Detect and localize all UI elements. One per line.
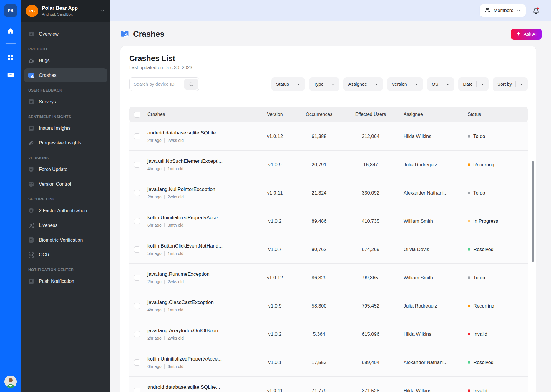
version-cell: v1.0.2 <box>253 331 297 337</box>
assignee-cell: William Smith <box>400 275 464 280</box>
assignee-cell: Julia Rodreguiz <box>400 303 464 309</box>
filter-label: Date <box>463 82 473 87</box>
table-row[interactable]: java.util.NoSuchElementExcepti...4hr ago… <box>129 151 528 179</box>
table-row[interactable]: java.lang.ClassCastException4hr ago1mth … <box>129 292 528 320</box>
row-checkbox[interactable] <box>134 275 140 281</box>
select-all-checkbox[interactable] <box>134 112 140 118</box>
star-icon <box>28 98 35 105</box>
row-checkbox[interactable] <box>134 359 140 366</box>
sidebar-item-force-update[interactable]: Force Update <box>24 162 107 177</box>
apps-grid-icon[interactable] <box>6 53 15 62</box>
members-label: Members <box>494 8 513 13</box>
filter-sort-by[interactable]: Sort by <box>493 77 528 91</box>
crash-title: java.lang.ClassCastException <box>144 300 253 305</box>
crash-title: android.database.sqlite.SQLite... <box>144 384 253 390</box>
filter-version[interactable]: Version <box>387 77 423 91</box>
status-dot <box>468 135 470 138</box>
occurrences-cell: 86,829 <box>297 275 341 280</box>
row-checkbox[interactable] <box>134 388 140 392</box>
sidebar-nav: Overview PRODUCT Bugs Crashes USER FEEDB… <box>21 22 110 392</box>
sidebar-item-crashes[interactable]: Crashes <box>24 68 107 82</box>
app-subtitle: Android, SandBox <box>42 12 78 17</box>
page-title: Crashes <box>133 30 165 39</box>
assignee-cell: Julia Rodreguiz <box>400 162 464 167</box>
sidebar-item-version-control[interactable]: Version Control <box>24 177 107 191</box>
members-button[interactable]: Members <box>480 4 526 17</box>
status-cell: Invalid <box>464 388 528 392</box>
table-row[interactable]: java.lang.RuntimeException2hr ago2wks ol… <box>129 264 528 292</box>
row-checkbox[interactable] <box>134 162 140 168</box>
last-updated-text: Last updated on Dec 30, 2023 <box>129 65 528 70</box>
row-checkbox[interactable] <box>134 246 140 253</box>
sidebar-item-label: Biometric Verification <box>39 237 83 243</box>
row-checkbox[interactable] <box>134 190 140 196</box>
table-row[interactable]: kotlin.UninitializedPropertyAcce...6hr a… <box>129 348 528 377</box>
effected-users-cell: 795,452 <box>341 303 400 309</box>
members-icon <box>484 7 491 14</box>
filter-status[interactable]: Status <box>271 77 305 91</box>
search-input[interactable] <box>130 82 184 87</box>
status-dot <box>468 361 470 364</box>
app-avatar: PB <box>26 5 38 17</box>
crashes-list-card: Crashes List Last updated on Dec 30, 202… <box>120 46 536 392</box>
app-switcher[interactable]: PB Polar Bear App Android, SandBox <box>21 0 110 22</box>
row-checkbox[interactable] <box>134 218 140 224</box>
filter-assignee[interactable]: Assignee <box>343 77 383 91</box>
sidebar-item-label: Progressive Insights <box>39 140 81 146</box>
table-row[interactable]: android.database.sqlite.SQLite...2hr ago… <box>129 122 528 151</box>
assignee-cell: Olivia Devis <box>400 247 464 252</box>
notifications-bell-icon[interactable] <box>532 7 540 14</box>
sidebar-item-progressive-insights[interactable]: Progressive Insights <box>24 136 107 150</box>
sidebar-section-secure-link: SECURE LINK <box>28 197 103 201</box>
effected-users-cell: 99,365 <box>341 275 400 280</box>
sidebar-item-label: 2 Factor Authentication <box>39 208 87 213</box>
left-rail: PB <box>0 0 21 392</box>
sidebar-item-biometric[interactable]: Biometric Verification <box>24 233 107 247</box>
assignee-cell: Hilda Wilkins <box>400 134 464 139</box>
search-button[interactable] <box>184 79 198 90</box>
crash-meta: 6hr ago3mth old <box>144 364 253 369</box>
table-row[interactable]: kotlin.UninitializedPropertyAcce...6hr a… <box>129 207 528 235</box>
home-icon[interactable] <box>6 26 15 35</box>
sidebar-item-liveness[interactable]: Liveness <box>24 218 107 232</box>
sidebar-item-label: Push Notification <box>39 279 74 284</box>
table-row[interactable]: java.lang.ArrayIndexOutOfBoun...2hr ago2… <box>129 320 528 348</box>
chevron-down-icon <box>374 82 379 87</box>
ask-ai-button[interactable]: Ask AI <box>511 29 542 40</box>
crashes-page-icon <box>120 29 129 39</box>
occurrences-cell: 89,486 <box>297 218 341 224</box>
status-dot <box>468 192 470 194</box>
sidebar-item-ocr[interactable]: OCR <box>24 248 107 262</box>
filter-os[interactable]: OS <box>427 77 454 91</box>
crash-title: java.util.NoSuchElementExcepti... <box>144 158 253 164</box>
app-root: PB PB Polar Bear App Android, SandBox <box>0 0 551 392</box>
workspace-logo[interactable]: PB <box>4 4 17 17</box>
occurrences-cell: 71,779 <box>297 388 341 392</box>
filter-type[interactable]: Type <box>309 77 340 91</box>
effected-users-cell: 16,847 <box>341 162 400 167</box>
bug-icon <box>28 57 35 64</box>
face-scan-icon <box>28 222 35 229</box>
version-cell: v1.0.7 <box>253 247 297 252</box>
row-checkbox[interactable] <box>134 331 140 337</box>
row-checkbox[interactable] <box>134 133 140 139</box>
sidebar-item-overview[interactable]: Overview <box>24 27 107 41</box>
filter-label: Status <box>276 82 289 87</box>
table-row[interactable]: android.database.sqlite.SQLite...6hr ago… <box>129 377 528 392</box>
sidebar-item-surveys[interactable]: Surveys <box>24 95 107 109</box>
sidebar-item-bugs[interactable]: Bugs <box>24 54 107 68</box>
effected-users-cell: 674,269 <box>341 247 400 252</box>
row-checkbox[interactable] <box>134 303 140 309</box>
crash-title: java.lang.RuntimeException <box>144 271 253 277</box>
table-row[interactable]: java.lang.NullPointerException2hr ago2wk… <box>129 179 528 207</box>
table-row[interactable]: kotlin.ButtonClickEventNotHand...5hr ago… <box>129 235 528 264</box>
sidebar-section-notification-center: NOTIFICATION CENTER <box>28 268 103 272</box>
sidebar-item-push-notification[interactable]: Push Notification <box>24 274 107 288</box>
sidebar-item-2fa[interactable]: 2 Factor Authentication <box>24 204 107 218</box>
sidebar-item-instant-insights[interactable]: Instant Insights <box>24 121 107 135</box>
chat-icon[interactable] <box>6 71 15 79</box>
table-scrollbar[interactable] <box>532 161 534 262</box>
user-avatar[interactable] <box>4 376 17 388</box>
occurrences-cell: 90,762 <box>297 247 341 252</box>
filter-date[interactable]: Date <box>458 77 489 91</box>
